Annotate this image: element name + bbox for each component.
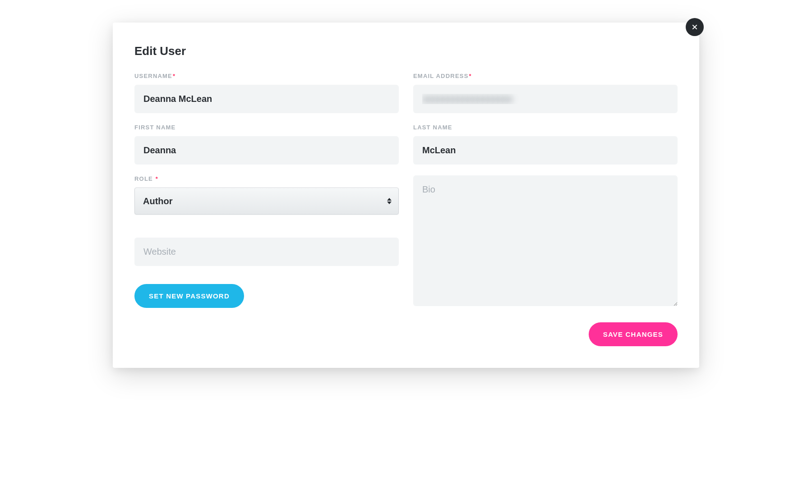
required-asterisk: * bbox=[173, 73, 175, 79]
role-field: ROLE * Author bbox=[134, 175, 399, 215]
set-new-password-button[interactable]: SET NEW PASSWORD bbox=[134, 284, 244, 308]
firstname-label: FIRST NAME bbox=[134, 124, 399, 131]
required-asterisk: * bbox=[156, 175, 158, 182]
role-label: ROLE * bbox=[134, 175, 399, 182]
username-label-text: USERNAME bbox=[134, 73, 172, 79]
email-input[interactable] bbox=[413, 85, 678, 113]
role-select[interactable]: Author bbox=[134, 188, 399, 215]
lastname-input[interactable] bbox=[413, 136, 678, 165]
username-label: USERNAME* bbox=[134, 73, 399, 79]
bio-field bbox=[413, 175, 678, 306]
modal-actions: SAVE CHANGES bbox=[134, 322, 678, 346]
username-field: USERNAME* bbox=[134, 73, 399, 113]
close-icon bbox=[691, 23, 698, 31]
required-asterisk: * bbox=[469, 73, 472, 79]
firstname-input[interactable] bbox=[134, 136, 399, 165]
role-select-wrapper: Author bbox=[134, 188, 399, 215]
lastname-field: LAST NAME bbox=[413, 124, 678, 165]
bio-textarea[interactable] bbox=[413, 175, 678, 306]
role-label-text: ROLE bbox=[134, 175, 155, 182]
email-label-text: EMAIL ADDRESS bbox=[413, 73, 469, 79]
edit-user-modal: Edit User USERNAME* EMAIL ADDRESS* FIRST… bbox=[113, 23, 699, 368]
firstname-field: FIRST NAME bbox=[134, 124, 399, 165]
website-input[interactable] bbox=[134, 238, 399, 266]
website-field bbox=[134, 225, 399, 266]
username-input[interactable] bbox=[134, 85, 399, 113]
password-button-row: SET NEW PASSWORD bbox=[134, 277, 399, 308]
modal-title: Edit User bbox=[134, 44, 678, 58]
modal-panel: Edit User USERNAME* EMAIL ADDRESS* FIRST… bbox=[113, 23, 699, 368]
save-changes-button[interactable]: SAVE CHANGES bbox=[589, 322, 678, 346]
form-grid: USERNAME* EMAIL ADDRESS* FIRST NAME LAST… bbox=[134, 73, 678, 308]
close-button[interactable] bbox=[686, 18, 704, 36]
lastname-label: LAST NAME bbox=[413, 124, 678, 131]
email-field: EMAIL ADDRESS* bbox=[413, 73, 678, 113]
email-label: EMAIL ADDRESS* bbox=[413, 73, 678, 79]
